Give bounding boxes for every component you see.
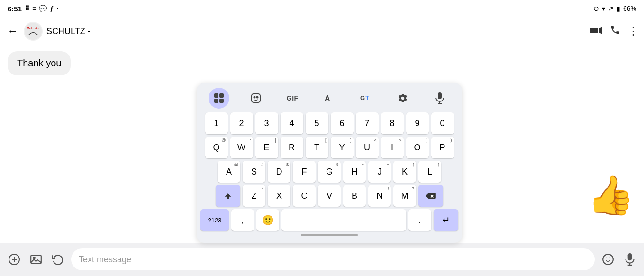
keyboard-number-row: 1 2 3 4 5 6 7 8 9 0 (200, 112, 458, 134)
svg-marker-3 (599, 27, 602, 34)
font-button[interactable]: A (319, 88, 340, 109)
svg-text:Schultz: Schultz (27, 26, 39, 30)
phone-call-icon[interactable] (610, 25, 620, 38)
key-2[interactable]: 2 (230, 112, 253, 134)
key-n[interactable]: N! (368, 185, 391, 207)
emoji-button[interactable] (599, 251, 617, 268)
thumbs-up-emoji: 👍 (587, 176, 635, 214)
app-bar-right: ⋮ (590, 25, 638, 38)
status-left: 6:51 ⠿ ≡ 💬 ƒ · (8, 4, 58, 13)
key-4[interactable]: 4 (281, 112, 303, 134)
contact-avatar: Schultz (24, 22, 43, 41)
key-r[interactable]: R= (281, 137, 303, 158)
key-8[interactable]: 8 (381, 112, 404, 134)
key-5[interactable]: 5 (306, 112, 328, 134)
svg-point-24 (603, 254, 613, 265)
key-x[interactable]: X (268, 185, 290, 207)
key-1[interactable]: 1 (205, 112, 228, 134)
shift-key[interactable] (216, 185, 240, 207)
key-v[interactable]: V (318, 185, 341, 207)
key-q[interactable]: Q@ (205, 137, 228, 158)
more-options-icon[interactable]: ⋮ (628, 25, 638, 37)
photo-button[interactable] (27, 251, 45, 268)
grid-icon: ⠿ (25, 5, 29, 12)
key-g[interactable]: G& (318, 161, 341, 183)
svg-text:T: T (365, 94, 369, 101)
back-button[interactable]: ← (6, 23, 20, 39)
messenger-icon: 💬 (39, 5, 47, 12)
svg-rect-22 (31, 255, 41, 263)
mic-button[interactable] (621, 251, 638, 268)
space-key[interactable] (281, 209, 406, 231)
battery-level: 66% (623, 5, 636, 12)
key-7[interactable]: 7 (356, 112, 379, 134)
key-l[interactable]: L) (418, 161, 441, 183)
svg-rect-6 (214, 99, 218, 103)
emoji-grid-button[interactable] (209, 88, 229, 109)
add-button[interactable] (6, 251, 23, 268)
video-call-icon[interactable] (590, 25, 602, 37)
key-m[interactable]: M? (393, 185, 416, 207)
voice-input-button[interactable] (429, 88, 450, 109)
message-input-placeholder: Text message (79, 255, 131, 265)
key-3[interactable]: 3 (255, 112, 278, 134)
sticker-button[interactable] (245, 88, 266, 109)
keyboard-zxcv-row: Z* X C V B N! M? (200, 185, 458, 207)
key-9[interactable]: 9 (406, 112, 429, 134)
message-input-field[interactable]: Text message (71, 248, 595, 270)
key-p[interactable]: P) (431, 137, 454, 158)
keyboard-asdf-row: A@ S# D$ F- G& H~ J+ K( L) (200, 161, 458, 183)
key-d[interactable]: D$ (268, 161, 290, 183)
key-f[interactable]: F- (293, 161, 316, 183)
contact-name[interactable]: SCHULTZ - (46, 27, 91, 37)
key-s[interactable]: S# (243, 161, 265, 183)
backspace-key[interactable] (418, 185, 443, 207)
key-t[interactable]: T[ (306, 137, 328, 158)
emoji-key[interactable]: 🙂 (256, 209, 279, 231)
dot-icon: · (56, 4, 58, 13)
key-z[interactable]: Z* (243, 185, 265, 207)
gif-label: GIF (287, 94, 299, 102)
message-bubble-thank-you: Thank you (8, 51, 71, 75)
battery-icon: ▮ (617, 5, 620, 12)
settings-button[interactable] (392, 88, 413, 109)
key-e[interactable]: E| (255, 137, 278, 158)
svg-rect-7 (219, 99, 224, 103)
keyboard[interactable]: GIF A G T 1 (197, 83, 462, 243)
keyboard-toolbar: GIF A G T (200, 88, 458, 109)
comma-key[interactable]: , (231, 209, 254, 231)
period-key[interactable]: . (408, 209, 431, 231)
svg-rect-2 (590, 28, 598, 33)
key-j[interactable]: J+ (368, 161, 391, 183)
home-bar (301, 234, 358, 236)
key-k[interactable]: K( (393, 161, 416, 183)
message-text: Thank you (17, 58, 61, 68)
numbers-symbols-key[interactable]: ?123 (200, 209, 229, 231)
key-h[interactable]: H~ (343, 161, 366, 183)
key-w[interactable]: W' (230, 137, 253, 158)
translate-button[interactable]: G T (356, 88, 377, 109)
key-u[interactable]: U< (356, 137, 379, 158)
enter-key[interactable]: ↵ (434, 209, 458, 231)
svg-point-23 (34, 257, 35, 258)
key-c[interactable]: C (293, 185, 316, 207)
key-i[interactable]: I> (381, 137, 404, 158)
schedule-button[interactable] (49, 251, 66, 268)
status-bar: 6:51 ⠿ ≡ 💬 ƒ · ⊖ ▾ ↗ ▮ 66% (0, 0, 644, 17)
key-b[interactable]: B (343, 185, 366, 207)
svg-point-0 (25, 23, 42, 40)
input-bar: Text message (0, 243, 644, 276)
signal-icon: ↗ (608, 5, 614, 12)
bars-icon: ≡ (32, 5, 36, 12)
key-y[interactable]: Y] (331, 137, 354, 158)
app-bar-left: ← Schultz SCHULTZ - (6, 22, 590, 41)
key-6[interactable]: 6 (331, 112, 354, 134)
key-o[interactable]: O( (406, 137, 429, 158)
keyboard-qwerty-row: Q@ W' E| R= T[ Y] U< I> O( P) (200, 137, 458, 158)
keyboard-bottom-row: ?123 , 🙂 . ↵ (200, 209, 458, 231)
key-0[interactable]: 0 (431, 112, 454, 134)
status-right: ⊖ ▾ ↗ ▮ 66% (593, 5, 636, 12)
gif-button[interactable]: GIF (282, 88, 303, 109)
svg-point-10 (256, 97, 258, 98)
key-a[interactable]: A@ (218, 161, 240, 183)
